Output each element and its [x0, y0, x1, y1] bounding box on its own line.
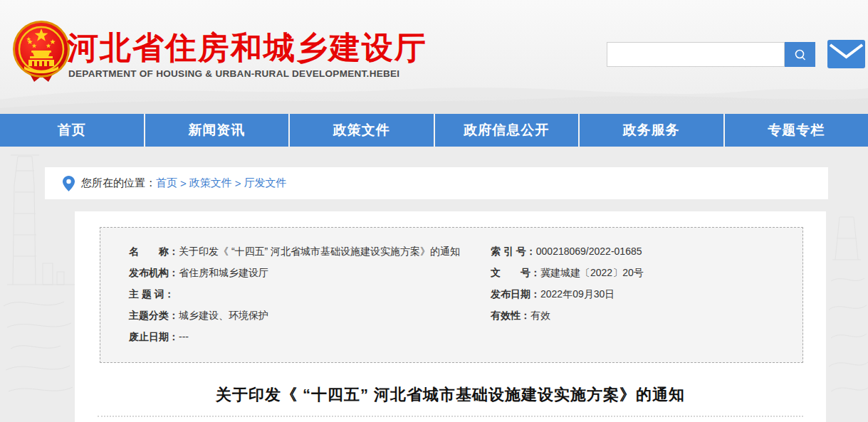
breadcrumb-separator: >	[180, 177, 187, 189]
meta-row-subject-category: 主题分类：城乡建设、环境保护	[129, 305, 460, 326]
right-sketch-decoration	[825, 210, 868, 409]
meta-label: 名 称：	[129, 246, 179, 257]
meta-value: 有效	[530, 310, 550, 321]
meta-label: 有效性：	[491, 310, 530, 321]
site-header: 河北省住房和城乡建设厅 DEPARTMENT OF HOUSING & URBA…	[0, 0, 868, 114]
meta-label: 主题分类：	[129, 310, 179, 321]
meta-row-issuing-org: 发布机构：省住房和城乡建设厅	[129, 262, 460, 283]
meta-row-publish-date: 发布日期：2022年09月30日	[491, 283, 644, 305]
meta-row-index-number: 索 引 号：000218069/2022-01685	[491, 241, 644, 262]
meta-row-validity: 有效性：有效	[491, 305, 644, 326]
meta-column-right: 索 引 号：000218069/2022-01685 文 号：冀建城建〔2022…	[491, 241, 644, 326]
page: 河北省住房和城乡建设厅 DEPARTMENT OF HOUSING & URBA…	[0, 0, 868, 422]
meta-label: 废止日期：	[129, 331, 179, 342]
meta-label: 文 号：	[491, 267, 540, 278]
nav-item-policy-docs[interactable]: 政策文件	[288, 114, 434, 147]
search-input[interactable]	[607, 42, 785, 67]
meta-label: 索 引 号：	[491, 246, 536, 257]
location-pin-icon	[63, 176, 75, 191]
breadcrumb-link-dept-docs[interactable]: 厅发文件	[244, 176, 287, 190]
breadcrumb-label: 您所在的位置：	[81, 176, 156, 190]
meta-value: 000218069/2022-01685	[536, 246, 642, 257]
meta-value: 城乡建设、环境保护	[179, 310, 268, 321]
meta-value: ---	[179, 331, 189, 342]
mail-icon	[827, 40, 865, 68]
meta-row-name: 名 称：关于印发《 “十四五” 河北省城市基础设施建设实施方案》的通知	[129, 241, 460, 262]
meta-label: 发布机构：	[129, 267, 179, 278]
search-button[interactable]	[785, 42, 815, 67]
meta-row-repeal-date: 废止日期：---	[129, 326, 460, 347]
site-title: 河北省住房和城乡建设厅	[67, 27, 427, 69]
meta-value: 2022年09月30日	[540, 288, 615, 300]
meta-column-left: 名 称：关于印发《 “十四五” 河北省城市基础设施建设实施方案》的通知 发布机构…	[129, 241, 460, 347]
article-title: 关于印发《 “十四五” 河北省城市基础设施建设实施方案》的通知	[75, 384, 826, 406]
meta-row-subject-words: 主 题 词：	[129, 283, 460, 305]
search-icon	[793, 48, 807, 62]
nav-item-special-topics[interactable]: 专题专栏	[723, 114, 868, 147]
meta-label: 发布日期：	[491, 288, 540, 300]
mail-button[interactable]	[827, 40, 865, 68]
meta-label: 主 题 词：	[129, 288, 174, 300]
meta-value: 冀建城建〔2022〕20号	[540, 267, 644, 278]
meta-value: 关于印发《 “十四五” 河北省城市基础设施建设实施方案》的通知	[179, 246, 460, 257]
main-nav: 首页 新闻资讯 政策文件 政府信息公开 政务服务 专题专栏	[0, 114, 868, 147]
breadcrumb-separator: >	[235, 177, 241, 189]
meta-row-doc-number: 文 号：冀建城建〔2022〕20号	[491, 262, 644, 283]
national-emblem-logo	[11, 19, 71, 85]
nav-item-gov-services[interactable]: 政务服务	[578, 114, 723, 147]
meta-value: 省住房和城乡建设厅	[179, 267, 268, 278]
site-subtitle: DEPARTMENT OF HOUSING & URBAN-RURAL DEVE…	[68, 68, 399, 79]
breadcrumb-link-home[interactable]: 首页	[156, 176, 177, 190]
title-divider	[98, 416, 803, 417]
main-content: 名 称：关于印发《 “十四五” 河北省城市基础设施建设实施方案》的通知 发布机构…	[75, 211, 826, 422]
nav-item-news[interactable]: 新闻资讯	[144, 114, 289, 147]
breadcrumb-link-policy-docs[interactable]: 政策文件	[189, 176, 232, 190]
document-meta-box: 名 称：关于印发《 “十四五” 河北省城市基础设施建设实施方案》的通知 发布机构…	[100, 227, 803, 363]
breadcrumb: 您所在的位置： 首页 > 政策文件 > 厅发文件	[45, 167, 828, 199]
nav-item-gov-info[interactable]: 政府信息公开	[434, 114, 579, 147]
